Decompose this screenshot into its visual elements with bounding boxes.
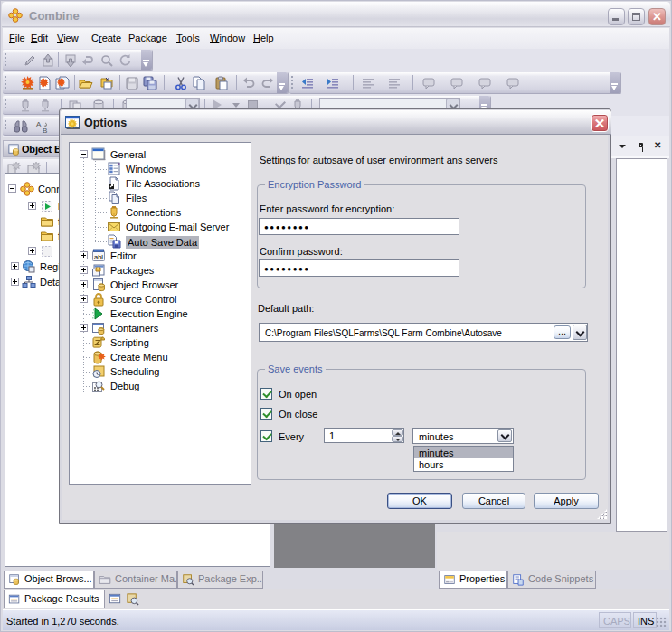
svg-text:B: B xyxy=(43,127,47,134)
svg-text:A: A xyxy=(36,120,42,128)
